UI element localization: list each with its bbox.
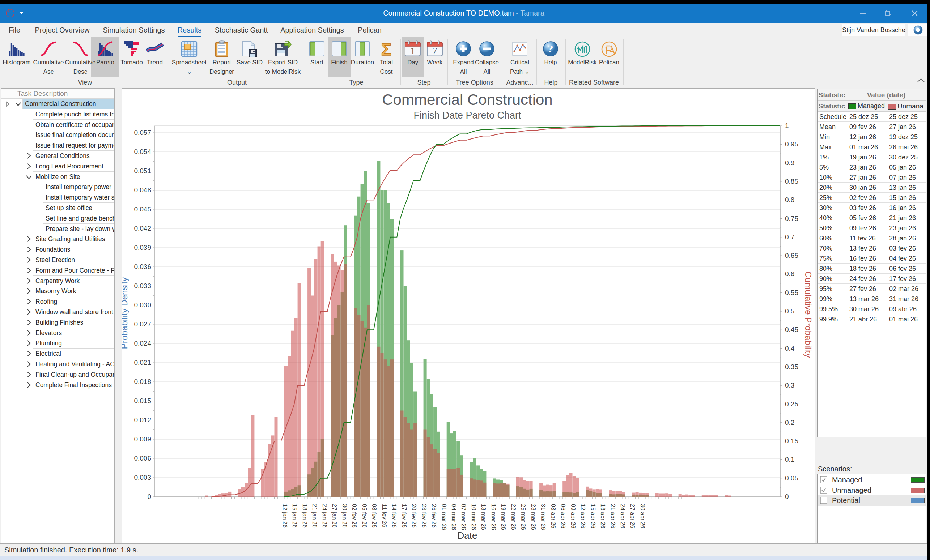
- svg-text:0.006: 0.006: [134, 454, 151, 462]
- svg-text:0.042: 0.042: [134, 224, 151, 232]
- svg-text:0.012: 0.012: [134, 416, 151, 424]
- svg-text:0.1: 0.1: [785, 456, 795, 463]
- svg-text:Probability Density: Probability Density: [122, 277, 129, 349]
- svg-text:0.2: 0.2: [785, 419, 795, 426]
- svg-text:0.9: 0.9: [785, 159, 795, 167]
- svg-text:1: 1: [785, 122, 789, 129]
- svg-text:0.003: 0.003: [134, 474, 151, 481]
- svg-text:0.15: 0.15: [785, 437, 798, 445]
- svg-text:03 abr 26: 03 abr 26: [550, 504, 556, 529]
- svg-text:13 mar 26: 13 mar 26: [480, 504, 487, 530]
- svg-text:0.054: 0.054: [134, 148, 151, 155]
- svg-text:14 fev 26: 14 fev 26: [391, 504, 397, 528]
- svg-text:0.6: 0.6: [785, 270, 795, 278]
- svg-text:08 fev 26: 08 fev 26: [371, 504, 377, 528]
- svg-text:05 fev 26: 05 fev 26: [361, 504, 368, 528]
- svg-text:24 jan 26: 24 jan 26: [322, 504, 328, 528]
- svg-text:02 fev 26: 02 fev 26: [351, 504, 357, 528]
- svg-text:07 mar 26: 07 mar 26: [460, 504, 467, 530]
- svg-text:0.5: 0.5: [785, 307, 795, 315]
- svg-text:0: 0: [785, 493, 789, 500]
- svg-text:17 fev 26: 17 fev 26: [401, 504, 407, 528]
- svg-text:0.55: 0.55: [785, 289, 798, 296]
- svg-text:0.65: 0.65: [785, 252, 798, 259]
- svg-text:0: 0: [147, 493, 151, 500]
- svg-text:12 jan 26: 12 jan 26: [282, 504, 288, 528]
- svg-text:30 jan 26: 30 jan 26: [342, 504, 348, 528]
- svg-text:0.25: 0.25: [785, 400, 798, 408]
- svg-text:0.033: 0.033: [134, 282, 151, 290]
- svg-text:27 jan 26: 27 jan 26: [331, 504, 337, 528]
- svg-text:15 jan 26: 15 jan 26: [291, 504, 298, 528]
- svg-text:23 fev 26: 23 fev 26: [421, 504, 427, 528]
- svg-text:26 fev 26: 26 fev 26: [431, 504, 437, 528]
- svg-text:0.3: 0.3: [785, 381, 795, 389]
- svg-text:31 mar 26: 31 mar 26: [540, 504, 546, 530]
- svg-text:Cumulative Probability: Cumulative Probability: [804, 272, 813, 358]
- svg-text:22 mar 26: 22 mar 26: [510, 504, 517, 530]
- svg-text:24 abr 26: 24 abr 26: [620, 504, 626, 529]
- svg-text:25 mar 26: 25 mar 26: [520, 504, 526, 530]
- svg-text:0.75: 0.75: [785, 215, 798, 222]
- svg-text:Σ: Σ: [381, 40, 392, 57]
- svg-text:30 abr 26: 30 abr 26: [639, 504, 646, 529]
- svg-text:?: ?: [548, 43, 553, 55]
- svg-text:27 abr 26: 27 abr 26: [630, 504, 636, 529]
- svg-text:0.030: 0.030: [134, 301, 151, 309]
- svg-text:28 mar 26: 28 mar 26: [530, 504, 536, 530]
- svg-text:0.045: 0.045: [134, 206, 151, 213]
- svg-text:16 mar 26: 16 mar 26: [491, 504, 497, 530]
- svg-text:0.039: 0.039: [134, 244, 151, 251]
- svg-text:0.95: 0.95: [785, 140, 798, 148]
- svg-text:0.036: 0.036: [134, 263, 151, 270]
- svg-text:18 jan 26: 18 jan 26: [302, 504, 308, 528]
- svg-text:20 fev 26: 20 fev 26: [411, 504, 417, 528]
- svg-text:Date: Date: [457, 530, 477, 541]
- svg-text:19 mar 26: 19 mar 26: [500, 504, 507, 530]
- svg-text:09 abr 26: 09 abr 26: [570, 504, 576, 529]
- svg-text:0.048: 0.048: [134, 186, 151, 194]
- svg-text:0.85: 0.85: [785, 178, 798, 185]
- svg-text:0.4: 0.4: [785, 345, 795, 352]
- svg-text:0.024: 0.024: [134, 339, 151, 347]
- svg-text:04 mar 26: 04 mar 26: [451, 504, 457, 530]
- svg-text:0.018: 0.018: [134, 378, 151, 385]
- svg-text:15 abr 26: 15 abr 26: [590, 504, 596, 529]
- svg-text:10 mar 26: 10 mar 26: [471, 504, 477, 530]
- svg-text:Finish Date Pareto Chart: Finish Date Pareto Chart: [413, 110, 521, 121]
- svg-text:Commercial Construction: Commercial Construction: [382, 91, 552, 108]
- svg-text:7: 7: [433, 46, 437, 56]
- svg-text:0.009: 0.009: [134, 435, 151, 443]
- svg-text:0.8: 0.8: [785, 196, 795, 204]
- svg-text:11 fev 26: 11 fev 26: [381, 504, 387, 528]
- svg-text:0.35: 0.35: [785, 363, 798, 371]
- svg-text:12 abr 26: 12 abr 26: [580, 504, 586, 529]
- svg-text:0.7: 0.7: [785, 233, 795, 241]
- svg-text:18 abr 26: 18 abr 26: [600, 504, 606, 529]
- svg-text:06 abr 26: 06 abr 26: [560, 504, 566, 529]
- svg-text:0.051: 0.051: [134, 167, 151, 175]
- svg-text:0.45: 0.45: [785, 326, 798, 333]
- svg-text:0.015: 0.015: [134, 397, 151, 405]
- svg-text:0.057: 0.057: [134, 129, 151, 136]
- svg-text:0.021: 0.021: [134, 359, 151, 366]
- svg-text:21 jan 26: 21 jan 26: [311, 504, 317, 528]
- svg-text:01 mar 26: 01 mar 26: [441, 504, 447, 530]
- svg-text:21 abr 26: 21 abr 26: [610, 504, 616, 529]
- svg-text:0.05: 0.05: [785, 474, 798, 482]
- svg-text:0.027: 0.027: [134, 320, 151, 328]
- svg-text:1: 1: [411, 46, 415, 56]
